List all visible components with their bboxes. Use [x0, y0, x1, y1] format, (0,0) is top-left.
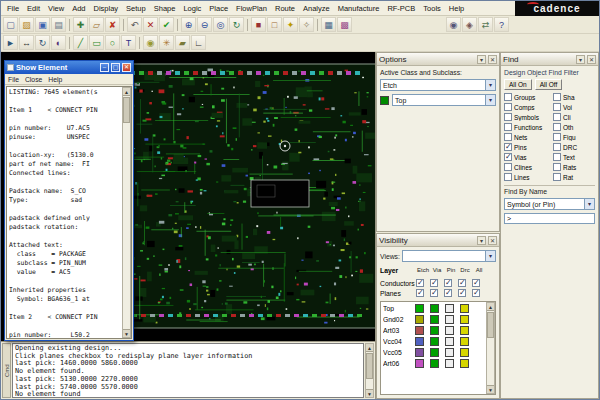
layer-visibility-swatch[interactable] — [445, 315, 454, 324]
save-icon[interactable]: ▣ — [35, 17, 50, 32]
swap-icon[interactable]: ⇄ — [478, 17, 493, 32]
show-element-menu-close[interactable]: Close — [25, 76, 42, 83]
menu-file[interactable]: File — [3, 3, 23, 14]
move-icon[interactable]: ✚ — [73, 17, 88, 32]
scroll-down-icon[interactable]: ▼ — [487, 385, 494, 393]
views-select[interactable]: ▾ — [402, 250, 496, 262]
visibility-checkbox[interactable] — [430, 289, 438, 297]
scroll-track[interactable] — [487, 339, 494, 385]
chevron-down-icon[interactable]: ▾ — [485, 95, 495, 105]
close-button[interactable]: ✕ — [122, 63, 131, 72]
visibility-checkbox[interactable] — [416, 289, 424, 297]
close-icon[interactable]: ✕ — [488, 236, 497, 245]
maximize-button[interactable]: ▢ — [111, 63, 120, 72]
menu-rf-pcb[interactable]: RF-PCB — [383, 3, 419, 14]
chevron-down-icon[interactable]: ▾ — [485, 80, 495, 90]
target-icon[interactable]: ◉ — [446, 17, 461, 32]
layer-visibility-swatch[interactable] — [445, 326, 454, 335]
console-side-tab[interactable]: Cmd — [2, 343, 11, 398]
visibility-checkbox[interactable] — [458, 289, 466, 297]
show-element-menu-help[interactable]: Help — [48, 76, 62, 83]
show-element-scrollbar[interactable]: ▲ ▼ — [122, 87, 131, 338]
grid-icon[interactable]: ▦ — [321, 17, 336, 32]
help-icon[interactable]: ? — [494, 17, 509, 32]
chevron-down-icon[interactable]: ▾ — [576, 55, 585, 64]
close-icon[interactable]: ✕ — [488, 55, 497, 64]
layer-color-swatch[interactable] — [415, 337, 424, 346]
menu-add[interactable]: Add — [68, 3, 89, 14]
probe-icon[interactable]: ◈ — [462, 17, 477, 32]
zoom-out-icon[interactable]: ⊖ — [197, 17, 212, 32]
chevron-down-icon[interactable]: ▾ — [485, 251, 495, 261]
scroll-down-icon[interactable]: ▼ — [366, 389, 373, 397]
slide-icon[interactable]: ↔ — [19, 35, 34, 50]
find-filter-checkbox[interactable] — [504, 123, 512, 131]
layer-visibility-swatch[interactable] — [430, 315, 439, 324]
find-filter-checkbox[interactable] — [504, 143, 512, 151]
new-icon[interactable]: ▢ — [3, 17, 18, 32]
dehighlight-icon[interactable]: ✧ — [299, 17, 314, 32]
find-filter-checkbox[interactable] — [553, 103, 561, 111]
layer-visibility-swatch[interactable] — [460, 337, 469, 346]
layer-visibility-swatch[interactable] — [460, 326, 469, 335]
find-filter-checkbox[interactable] — [504, 113, 512, 121]
cancel-icon[interactable]: ✕ — [143, 17, 158, 32]
layer-color-swatch[interactable] — [415, 326, 424, 335]
color-icon[interactable]: ▩ — [337, 17, 352, 32]
shape-icon[interactable]: ▰ — [175, 35, 190, 50]
find-filter-checkbox[interactable] — [504, 163, 512, 171]
scroll-thumb[interactable] — [366, 353, 373, 379]
layer-color-swatch[interactable] — [415, 359, 424, 368]
layer-color-swatch[interactable] — [415, 315, 424, 324]
add-line-icon[interactable]: ╱ — [73, 35, 88, 50]
open-icon[interactable]: ▨ — [19, 17, 34, 32]
show-element-titlebar[interactable]: Show Element – ▢ ✕ — [5, 61, 133, 74]
plot-icon[interactable]: ▤ — [51, 17, 66, 32]
chevron-down-icon[interactable]: ▾ — [477, 236, 486, 245]
layer-color-swatch[interactable] — [415, 304, 424, 313]
layer-visibility-swatch[interactable] — [430, 337, 439, 346]
visibility-checkbox[interactable] — [444, 289, 452, 297]
unfix-icon[interactable]: □ — [267, 17, 282, 32]
ratsnest-icon[interactable]: ✳ — [159, 35, 174, 50]
spin-icon[interactable]: ↻ — [35, 35, 50, 50]
layer-visibility-swatch[interactable] — [430, 304, 439, 313]
menu-display[interactable]: Display — [90, 3, 123, 14]
all-on-button[interactable]: All On — [504, 79, 532, 90]
find-filter-checkbox[interactable] — [504, 103, 512, 111]
menu-tools[interactable]: Tools — [419, 3, 445, 14]
find-filter-checkbox[interactable] — [504, 153, 512, 161]
find-filter-checkbox[interactable] — [553, 143, 561, 151]
select-icon[interactable]: ► — [3, 35, 18, 50]
layer-visibility-swatch[interactable] — [460, 315, 469, 324]
delete-icon[interactable]: ✘ — [105, 17, 120, 32]
visibility-checkbox[interactable] — [458, 279, 466, 287]
layer-visibility-swatch[interactable] — [460, 348, 469, 357]
scroll-track[interactable] — [366, 380, 373, 389]
scroll-up-icon[interactable]: ▲ — [487, 303, 494, 311]
layer-color-swatch[interactable] — [415, 348, 424, 357]
done-icon[interactable]: ✔ — [159, 17, 174, 32]
subclass-color-swatch[interactable] — [380, 96, 389, 105]
visibility-checkbox[interactable] — [430, 279, 438, 287]
menu-help[interactable]: Help — [445, 3, 468, 14]
show-element-menu-file[interactable]: File — [8, 76, 19, 83]
add-rect-icon[interactable]: ▭ — [89, 35, 104, 50]
menu-flowplan[interactable]: FlowPlan — [232, 3, 271, 14]
measure-icon[interactable]: ∟ — [191, 35, 206, 50]
menu-analyze[interactable]: Analyze — [299, 3, 334, 14]
find-filter-checkbox[interactable] — [553, 173, 561, 181]
layer-visibility-swatch[interactable] — [460, 359, 469, 368]
menu-place[interactable]: Place — [205, 3, 232, 14]
visibility-checkbox[interactable] — [444, 279, 452, 287]
layer-visibility-swatch[interactable] — [445, 348, 454, 357]
undo-icon[interactable]: ↶ — [127, 17, 142, 32]
highlight-icon[interactable]: ✦ — [283, 17, 298, 32]
subclass-select[interactable]: Top ▾ — [392, 94, 496, 106]
zoom-in-icon[interactable]: ⊕ — [181, 17, 196, 32]
close-icon[interactable]: ✕ — [587, 55, 596, 64]
find-filter-checkbox[interactable] — [504, 133, 512, 141]
find-filter-checkbox[interactable] — [553, 163, 561, 171]
redraw-icon[interactable]: ↻ — [229, 17, 244, 32]
layer-visibility-swatch[interactable] — [445, 337, 454, 346]
